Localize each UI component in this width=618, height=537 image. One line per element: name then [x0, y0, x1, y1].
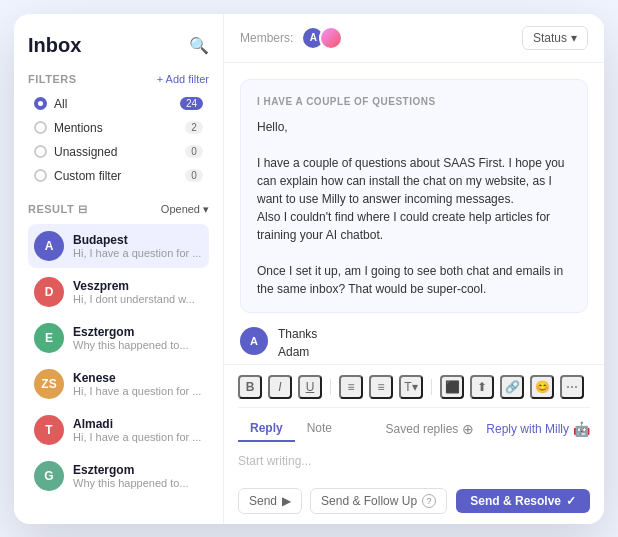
emoji-button[interactable]: 😊: [530, 375, 554, 399]
compose-input-placeholder[interactable]: Start writing...: [238, 450, 590, 480]
reply-with-milly-button[interactable]: Reply with Milly 🤖: [486, 421, 590, 437]
tab-reply[interactable]: Reply: [238, 416, 295, 442]
filter-radio-all: [34, 97, 47, 110]
conv-preview: Why this happened to...: [73, 339, 203, 351]
member-avatars: A: [301, 26, 343, 50]
message-body: Hello, I have a couple of questions abou…: [257, 118, 571, 298]
send-row: Send ▶ Send & Follow Up ? Send & Resolve…: [238, 488, 590, 514]
conv-avatar: T: [34, 415, 64, 445]
reply-message-row: A Thanks Adam 4m ago: [240, 325, 588, 364]
app-title: Inbox: [28, 34, 81, 57]
opened-dropdown[interactable]: Opened ▾: [161, 203, 209, 216]
filter-item-custom[interactable]: Custom filter 0: [28, 165, 209, 187]
sidebar-header: Inbox 🔍: [28, 34, 209, 57]
filters-label: FILTERS: [28, 73, 77, 85]
send-icon: ▶: [282, 494, 291, 508]
conv-name: Kenese: [73, 371, 203, 385]
status-label: Status: [533, 31, 567, 45]
filter-radio-unassigned: [34, 145, 47, 158]
link-button[interactable]: 🔗: [500, 375, 524, 399]
conv-preview: Hi, I have a question for ...: [73, 431, 203, 443]
reply-avatar: A: [240, 327, 268, 355]
chevron-down-icon: ▾: [571, 31, 577, 45]
conv-name: Esztergom: [73, 463, 203, 477]
message-subject: I HAVE A COUPLE OF QUESTIONS: [257, 94, 571, 110]
sidebar: Inbox 🔍 FILTERS + Add filter All 24 Ment…: [14, 14, 224, 524]
filter-item-mentions[interactable]: Mentions 2: [28, 117, 209, 139]
toolbar-divider-2: [431, 379, 432, 395]
info-icon[interactable]: ?: [422, 494, 436, 508]
filter-count-unassigned: 0: [185, 145, 203, 158]
check-icon: ✓: [566, 494, 576, 508]
filter-radio-mentions: [34, 121, 47, 134]
members-label: Members:: [240, 31, 293, 45]
conversation-item[interactable]: G Esztergom Why this happened to...: [28, 454, 209, 498]
reply-content: Thanks Adam 4m ago: [278, 325, 588, 364]
conv-avatar: G: [34, 461, 64, 491]
filter-name-all: All: [54, 97, 67, 111]
conv-name: Almadi: [73, 417, 203, 431]
filter-count-all: 24: [180, 97, 203, 110]
tab-note[interactable]: Note: [295, 416, 344, 442]
underline-button[interactable]: U: [298, 375, 322, 399]
reply-text: Thanks Adam: [278, 325, 588, 361]
bold-button[interactable]: B: [238, 375, 262, 399]
conversation-item[interactable]: T Almadi Hi, I have a question for ...: [28, 408, 209, 452]
conv-avatar: E: [34, 323, 64, 353]
filter-count-custom: 0: [185, 169, 203, 182]
unordered-list-button[interactable]: ≡: [369, 375, 393, 399]
conv-preview: Hi, I dont understand w...: [73, 293, 203, 305]
send-resolve-button[interactable]: Send & Resolve ✓: [456, 489, 590, 513]
milly-icon: 🤖: [573, 421, 590, 437]
chat-header: Members: A Status ▾: [224, 14, 604, 63]
more-button[interactable]: ⋯: [560, 375, 584, 399]
toolbar-divider-1: [330, 379, 331, 395]
conv-name: Veszprem: [73, 279, 203, 293]
filter-name-unassigned: Unassigned: [54, 145, 117, 159]
conv-preview: Hi, I have a question for ...: [73, 385, 203, 397]
compose-area: B I U ≡ ≡ T▾ ⬛ ⬆ 🔗 😊 ⋯ Reply Note: [224, 364, 604, 524]
members-section: Members: A: [240, 26, 343, 50]
image-button[interactable]: ⬛: [440, 375, 464, 399]
result-label: RESULT ⊟: [28, 203, 88, 216]
compose-toolbar: B I U ≡ ≡ T▾ ⬛ ⬆ 🔗 😊 ⋯: [238, 375, 590, 408]
conv-preview: Hi, I have a question for ...: [73, 247, 203, 259]
ordered-list-button[interactable]: ≡: [339, 375, 363, 399]
compose-tabs: Reply Note Saved replies ⊕ Reply with Mi…: [238, 416, 590, 442]
add-filter-button[interactable]: + Add filter: [157, 73, 209, 85]
main-area: Members: A Status ▾ I HAVE A COUPLE OF Q…: [224, 14, 604, 524]
filters-header: FILTERS + Add filter: [28, 73, 209, 85]
upload-button[interactable]: ⬆: [470, 375, 494, 399]
filter-item-all[interactable]: All 24: [28, 93, 209, 115]
conversation-item[interactable]: E Esztergom Why this happened to...: [28, 316, 209, 360]
conv-avatar: D: [34, 277, 64, 307]
conversation-item[interactable]: A Budapest Hi, I have a question for ...: [28, 224, 209, 268]
search-icon[interactable]: 🔍: [189, 36, 209, 55]
filter-name-custom: Custom filter: [54, 169, 121, 183]
member-avatar-2: [319, 26, 343, 50]
conv-avatar: A: [34, 231, 64, 261]
inbound-message-card: I HAVE A COUPLE OF QUESTIONS Hello, I ha…: [240, 79, 588, 313]
italic-button[interactable]: I: [268, 375, 292, 399]
text-format-button[interactable]: T▾: [399, 375, 423, 399]
status-dropdown[interactable]: Status ▾: [522, 26, 588, 50]
filter-item-unassigned[interactable]: Unassigned 0: [28, 141, 209, 163]
send-follow-up-button[interactable]: Send & Follow Up ?: [310, 488, 447, 514]
filter-icon: ⊟: [78, 203, 88, 216]
chevron-down-icon: ▾: [203, 203, 209, 216]
filter-name-mentions: Mentions: [54, 121, 103, 135]
conversation-item[interactable]: M Kenese Hi, I have a question for ...: [28, 500, 209, 504]
conversation-item[interactable]: ZS Kenese Hi, I have a question for ...: [28, 362, 209, 406]
plus-icon: ⊕: [462, 421, 474, 437]
result-header: RESULT ⊟ Opened ▾: [28, 203, 209, 216]
conv-preview: Why this happened to...: [73, 477, 203, 489]
messages-area: I HAVE A COUPLE OF QUESTIONS Hello, I ha…: [224, 63, 604, 364]
filter-count-mentions: 2: [185, 121, 203, 134]
compose-tab-right: Saved replies ⊕ Reply with Milly 🤖: [386, 421, 590, 437]
saved-replies-button[interactable]: Saved replies ⊕: [386, 421, 475, 437]
send-button[interactable]: Send ▶: [238, 488, 302, 514]
filters-section: FILTERS + Add filter All 24 Mentions 2: [28, 73, 209, 189]
conversation-list: A Budapest Hi, I have a question for ...…: [28, 224, 209, 504]
conversation-item[interactable]: D Veszprem Hi, I dont understand w...: [28, 270, 209, 314]
conv-name: Esztergom: [73, 325, 203, 339]
